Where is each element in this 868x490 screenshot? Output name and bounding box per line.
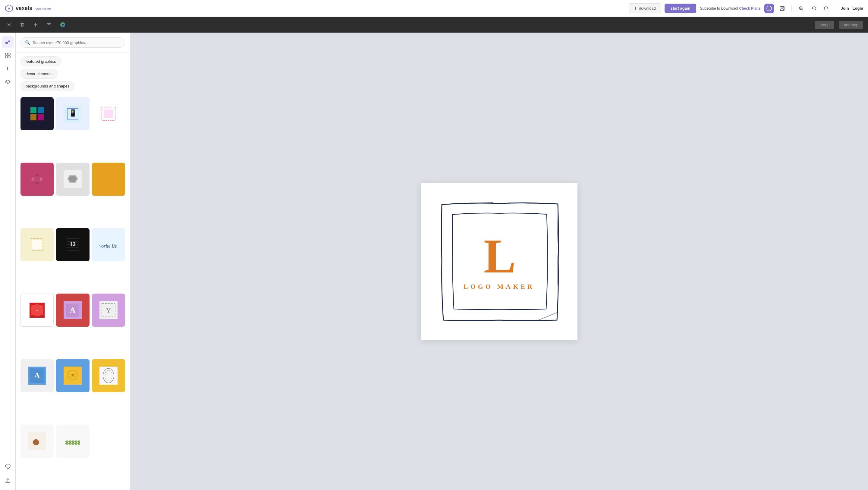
graphic-item[interactable]: A bbox=[56, 294, 89, 327]
graphic-item[interactable]: 🌿🌿🌿🌿🌿 🌿🌿🌿🌿🌿 bbox=[56, 425, 89, 458]
graphic-item[interactable] bbox=[21, 163, 54, 196]
graphic-thumbnail: Favorite Uncle bbox=[99, 236, 118, 254]
graphic-thumbnail: 🌿🌿🌿🌿🌿 🌿🌿🌿🌿🌿 bbox=[64, 432, 82, 450]
start-again-button[interactable]: start again bbox=[664, 4, 696, 13]
graphic-item[interactable]: 13 bbox=[56, 228, 89, 261]
redo-icon-btn[interactable] bbox=[822, 4, 831, 13]
svg-text:A: A bbox=[70, 306, 76, 314]
svg-line-85 bbox=[538, 313, 557, 320]
svg-text:V: V bbox=[8, 7, 10, 10]
zoom-in-icon bbox=[798, 6, 804, 11]
canvas-toolbar: group ungroup bbox=[0, 17, 868, 33]
logo-name: Logo Maker bbox=[464, 283, 535, 291]
svg-text:+: + bbox=[36, 308, 38, 313]
canvas-board: L Logo Maker bbox=[421, 183, 578, 340]
align-icon-btn[interactable] bbox=[44, 21, 53, 29]
sidebar-elements-btn[interactable] bbox=[2, 50, 14, 62]
svg-rect-24 bbox=[5, 53, 7, 55]
svg-rect-31 bbox=[38, 107, 44, 113]
graphic-item[interactable]: Favorite Uncle bbox=[92, 228, 125, 261]
svg-text:A: A bbox=[34, 371, 40, 380]
graphic-item[interactable] bbox=[92, 359, 125, 392]
graphic-item[interactable] bbox=[92, 163, 125, 196]
graphic-thumbnail: 📱 bbox=[64, 105, 82, 123]
svg-rect-39 bbox=[104, 110, 113, 118]
color-wheel-icon-btn[interactable] bbox=[58, 20, 67, 30]
download-button[interactable]: ⬇ download bbox=[629, 3, 661, 13]
save-icon-btn[interactable] bbox=[778, 4, 786, 13]
graphic-thumbnail bbox=[28, 236, 46, 254]
nav-divider-2 bbox=[836, 5, 836, 12]
logo-design: L Logo Maker bbox=[433, 195, 565, 328]
group-button[interactable]: group bbox=[815, 21, 834, 29]
zoom-in-icon-btn[interactable] bbox=[797, 4, 806, 13]
graphic-thumbnail bbox=[99, 105, 118, 123]
svg-rect-7 bbox=[781, 6, 783, 8]
ungroup-button[interactable]: ungroup bbox=[839, 21, 863, 29]
sidebar-favorites-btn[interactable] bbox=[2, 461, 14, 473]
graphic-item[interactable] bbox=[21, 228, 54, 261]
graphic-item[interactable] bbox=[21, 97, 54, 131]
add-icon bbox=[33, 22, 38, 27]
svg-text:★: ★ bbox=[70, 373, 75, 378]
logo-area: V vexels logo maker bbox=[5, 4, 51, 13]
svg-rect-27 bbox=[8, 56, 10, 58]
graphic-item[interactable]: A bbox=[21, 359, 54, 392]
svg-rect-47 bbox=[32, 240, 42, 250]
svg-rect-8 bbox=[781, 9, 784, 10]
svg-rect-22 bbox=[5, 41, 8, 44]
logo-letter: L bbox=[484, 232, 515, 280]
tag-featured-graphics[interactable]: featured graphics bbox=[21, 56, 61, 66]
brand-name: vexels bbox=[16, 5, 32, 11]
graphic-item[interactable] bbox=[21, 425, 54, 458]
graphic-thumbnail bbox=[99, 170, 118, 188]
graphic-item[interactable]: Y bbox=[92, 294, 125, 327]
search-input[interactable] bbox=[33, 40, 121, 45]
collapse-icon bbox=[7, 22, 11, 27]
graphic-item[interactable]: ★ bbox=[56, 359, 89, 392]
svg-text:Favorite Uncle: Favorite Uncle bbox=[99, 243, 118, 249]
graphic-thumbnail bbox=[28, 105, 46, 123]
sidebar-shapes-btn[interactable] bbox=[2, 36, 14, 48]
shapes-icon bbox=[5, 39, 11, 45]
graphic-item[interactable] bbox=[92, 97, 125, 131]
collapse-toolbar-icon-btn[interactable] bbox=[5, 21, 13, 29]
check-plans-link[interactable]: Check Plans bbox=[739, 6, 761, 10]
brand-colors-icon-btn[interactable] bbox=[764, 4, 774, 13]
text-icon: T bbox=[6, 66, 9, 71]
delete-icon-btn[interactable] bbox=[18, 21, 27, 29]
tag-decor-elements[interactable]: decor elements bbox=[21, 69, 58, 79]
palette-icon bbox=[766, 5, 772, 11]
tag-backgrounds-shapes[interactable]: backgrounds and shapes bbox=[21, 81, 74, 91]
save-icon bbox=[779, 6, 785, 11]
align-icon bbox=[46, 22, 51, 27]
graphic-item[interactable]: 📱 bbox=[56, 97, 89, 131]
svg-point-4 bbox=[770, 7, 771, 8]
login-button[interactable]: Login bbox=[852, 6, 863, 10]
svg-rect-30 bbox=[30, 107, 36, 113]
graphic-thumbnail: A bbox=[64, 301, 82, 319]
graphic-item[interactable] bbox=[56, 163, 89, 196]
brand-sub: logo maker bbox=[35, 7, 51, 10]
svg-rect-44 bbox=[99, 170, 118, 188]
sidebar-text-btn[interactable]: T bbox=[2, 63, 14, 75]
vexels-logo-icon: V bbox=[5, 4, 13, 13]
add-element-icon-btn[interactable] bbox=[31, 21, 40, 29]
graphics-grid: 📱 bbox=[16, 95, 130, 490]
sidebar-layers-btn[interactable] bbox=[2, 76, 14, 88]
category-tags: featured graphics decor elements backgro… bbox=[16, 53, 130, 95]
graphics-panel: 🔍 featured graphics decor elements backg… bbox=[16, 33, 130, 490]
download-icon: ⬇ bbox=[634, 6, 637, 10]
join-button[interactable]: Join bbox=[841, 6, 849, 10]
sidebar-upload-btn[interactable] bbox=[2, 474, 14, 486]
undo-icon-btn[interactable] bbox=[809, 4, 818, 13]
delete-icon bbox=[20, 22, 25, 27]
download-label: download bbox=[639, 6, 656, 10]
graphic-item[interactable]: + bbox=[21, 294, 54, 327]
graphic-thumbnail bbox=[99, 367, 118, 385]
graphic-thumbnail bbox=[28, 170, 46, 188]
svg-rect-33 bbox=[38, 114, 44, 120]
svg-rect-25 bbox=[8, 53, 10, 55]
svg-line-83 bbox=[557, 213, 558, 243]
svg-point-2 bbox=[767, 6, 772, 11]
